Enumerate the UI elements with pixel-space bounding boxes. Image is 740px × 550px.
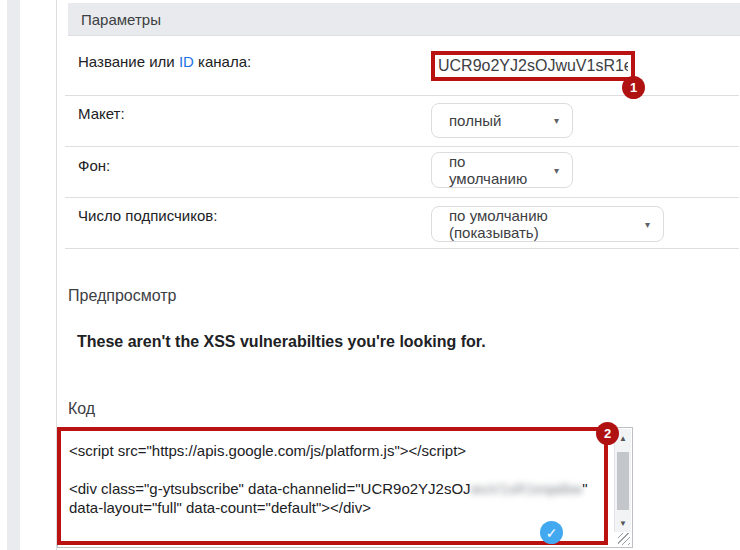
scroll-down-button[interactable]: ▼ <box>615 515 631 531</box>
code-div-line-start: <div class="g-ytsubscribe" data-channeli… <box>69 480 471 497</box>
verified-check-icon[interactable]: ✓ <box>540 521 563 544</box>
check-glyph: ✓ <box>546 525 558 541</box>
row-divider <box>65 146 739 147</box>
code-script-line: <script src="https://apis.google.com/js/… <box>69 442 466 459</box>
channel-id-label-prefix: Название или <box>78 53 179 70</box>
annotation-badge-2: 2 <box>596 422 619 445</box>
layout-dropdown-value: полный <box>449 112 501 129</box>
chevron-down-icon: ▾ <box>645 219 650 230</box>
row-divider <box>65 248 739 249</box>
background-dropdown-value: по умолчанию <box>449 153 546 187</box>
chevron-down-icon: ▾ <box>554 115 559 126</box>
chevron-down-icon: ▾ <box>554 165 559 176</box>
subscriber-count-dropdown-value: по умолчанию (показывать) <box>449 207 637 241</box>
layout-label: Макет: <box>78 105 125 122</box>
parameters-header-title: Параметры <box>81 11 161 28</box>
code-content[interactable]: <script src="https://apis.google.com/js/… <box>69 441 599 541</box>
background-dropdown[interactable]: по умолчанию ▾ <box>431 152 573 188</box>
channel-id-label-suffix: канала: <box>194 53 251 70</box>
parameters-header: Параметры <box>68 3 740 36</box>
annotation-badge-1: 1 <box>622 76 645 99</box>
id-link[interactable]: ID <box>179 53 194 70</box>
code-scrollbar[interactable]: ▲ ▼ <box>614 429 631 532</box>
annotation-box-1 <box>431 51 635 81</box>
layout-dropdown[interactable]: полный ▾ <box>431 103 573 138</box>
annotation-badge-2-number: 2 <box>604 426 611 441</box>
preview-heading: Предпросмотр <box>68 287 177 305</box>
subscriber-count-label: Число подписчиков: <box>78 207 217 224</box>
channel-id-label: Название или ID канала: <box>78 53 251 70</box>
resize-handle-icon[interactable] <box>618 533 630 545</box>
redacted-channel-id: wuV1sR1eqaibw <box>471 480 583 497</box>
subscriber-count-dropdown[interactable]: по умолчанию (показывать) ▾ <box>431 206 664 242</box>
settings-page: Параметры Название или ID канала: 1 Маке… <box>0 0 740 550</box>
annotation-badge-1-number: 1 <box>630 80 637 95</box>
channel-id-input[interactable] <box>435 55 631 77</box>
page-left-gutter <box>7 0 20 550</box>
code-heading: Код <box>68 400 95 418</box>
background-label: Фон: <box>78 157 110 174</box>
scroll-thumb[interactable] <box>617 452 629 510</box>
preview-message: These aren't the XSS vulnerabilties you'… <box>77 333 486 351</box>
row-divider <box>65 197 739 198</box>
